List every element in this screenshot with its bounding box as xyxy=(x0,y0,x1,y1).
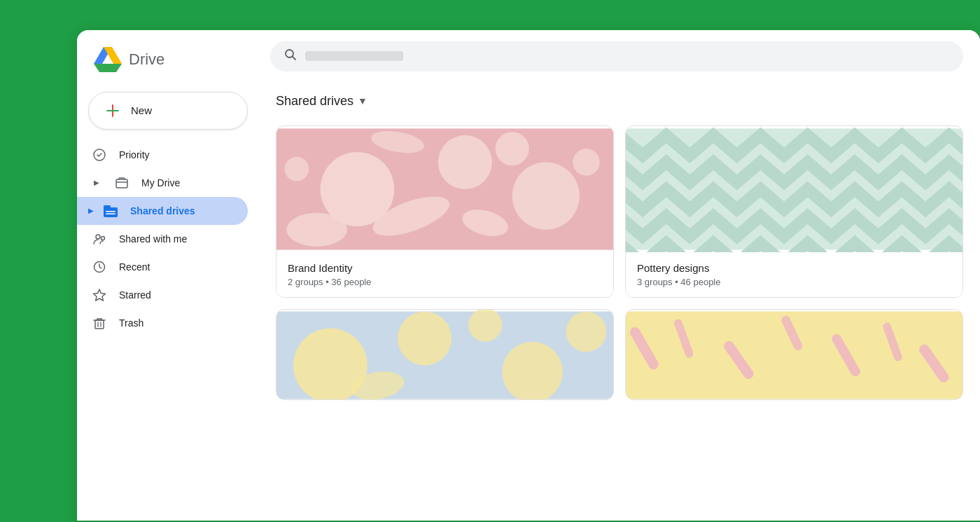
drive-card-thumbnail-brand-identity xyxy=(276,126,613,252)
drive-card-meta-brand-identity: 2 groups • 36 people xyxy=(288,277,602,287)
drive-card-thumbnail-3 xyxy=(276,310,613,400)
nav-starred[interactable]: Starred xyxy=(77,281,248,309)
svg-point-21 xyxy=(573,149,599,175)
shared-with-me-icon xyxy=(91,232,108,246)
svg-point-28 xyxy=(398,311,451,365)
svg-rect-3 xyxy=(116,179,127,188)
svg-point-8 xyxy=(96,235,100,239)
nav-shared-drives-label: Shared drives xyxy=(130,205,195,217)
svg-point-29 xyxy=(502,341,563,399)
recent-icon xyxy=(91,260,108,274)
logo-area: Drive xyxy=(77,47,259,92)
nav-priority[interactable]: Priority xyxy=(77,141,248,169)
search-bar[interactable] xyxy=(270,41,963,71)
nav-recent[interactable]: Recent xyxy=(77,253,248,281)
svg-rect-6 xyxy=(106,211,115,212)
app-name: Drive xyxy=(129,50,164,69)
svg-point-19 xyxy=(286,212,347,246)
shared-drives-icon xyxy=(102,204,119,218)
drive-card-brand-identity[interactable]: Brand Identity 2 groups • 36 people xyxy=(276,125,614,298)
svg-rect-5 xyxy=(104,205,111,209)
svg-point-18 xyxy=(496,132,529,165)
nav-shared-with-me[interactable]: Shared with me xyxy=(77,225,248,253)
svg-rect-12 xyxy=(95,320,104,329)
plus-icon xyxy=(104,102,121,119)
drive-card-thumbnail-pottery xyxy=(626,126,962,252)
new-button[interactable]: New xyxy=(88,92,248,130)
my-drive-arrow-icon: ▶ xyxy=(88,179,105,186)
priority-icon xyxy=(91,148,108,162)
shared-drives-arrow-icon: ▶ xyxy=(88,207,94,214)
new-button-label: New xyxy=(131,104,152,116)
search-input-placeholder xyxy=(305,51,403,61)
drive-logo-icon xyxy=(94,47,122,72)
section-title: Shared drives xyxy=(276,94,354,109)
drive-card-name-brand-identity: Brand Identity xyxy=(288,262,602,274)
nav-my-drive-label: My Drive xyxy=(141,177,180,188)
drive-card-4[interactable] xyxy=(625,309,963,400)
trash-icon xyxy=(91,316,108,330)
svg-marker-11 xyxy=(94,289,106,301)
content-area: Shared drives ▼ xyxy=(259,83,980,521)
nav-shared-with-me-label: Shared with me xyxy=(119,233,187,245)
svg-rect-4 xyxy=(104,207,118,217)
nav-trash[interactable]: Trash xyxy=(77,309,248,337)
nav-shared-drives[interactable]: ▶ Shared drives xyxy=(77,197,248,225)
drive-card-info-pottery: Pottery designs 3 groups • 46 people xyxy=(626,252,962,297)
nav-starred-label: Starred xyxy=(119,289,151,301)
main-content: Shared drives ▼ xyxy=(259,30,980,521)
svg-point-13 xyxy=(286,50,293,57)
nav-recent-label: Recent xyxy=(119,261,150,273)
drive-card-info-brand-identity: Brand Identity 2 groups • 36 people xyxy=(276,252,613,297)
drive-card-name-pottery: Pottery designs xyxy=(637,262,951,274)
drive-card-thumbnail-4 xyxy=(626,310,962,400)
drive-card-3[interactable] xyxy=(276,309,614,400)
svg-rect-7 xyxy=(106,213,115,214)
search-icon xyxy=(284,48,297,64)
drive-card-meta-pottery: 3 groups • 46 people xyxy=(637,277,951,287)
sidebar: Drive New Priority ▶ xyxy=(77,30,259,521)
nav-my-drive[interactable]: ▶ My Drive xyxy=(77,169,248,197)
svg-point-23 xyxy=(285,156,309,181)
nav-priority-label: Priority xyxy=(119,149,150,160)
svg-point-30 xyxy=(566,311,607,352)
nav-trash-label: Trash xyxy=(119,317,144,329)
section-title-chevron-icon[interactable]: ▼ xyxy=(358,95,368,107)
drives-grid: Brand Identity 2 groups • 36 people xyxy=(276,125,963,400)
drive-card-pottery[interactable]: Pottery designs 3 groups • 46 people xyxy=(625,125,963,298)
app-window: Drive New Priority ▶ xyxy=(77,30,980,521)
starred-icon xyxy=(91,288,108,302)
svg-point-9 xyxy=(102,236,105,240)
svg-point-16 xyxy=(438,135,492,189)
svg-point-17 xyxy=(512,162,580,229)
my-drive-icon xyxy=(113,176,130,190)
section-header: Shared drives ▼ xyxy=(276,94,963,109)
